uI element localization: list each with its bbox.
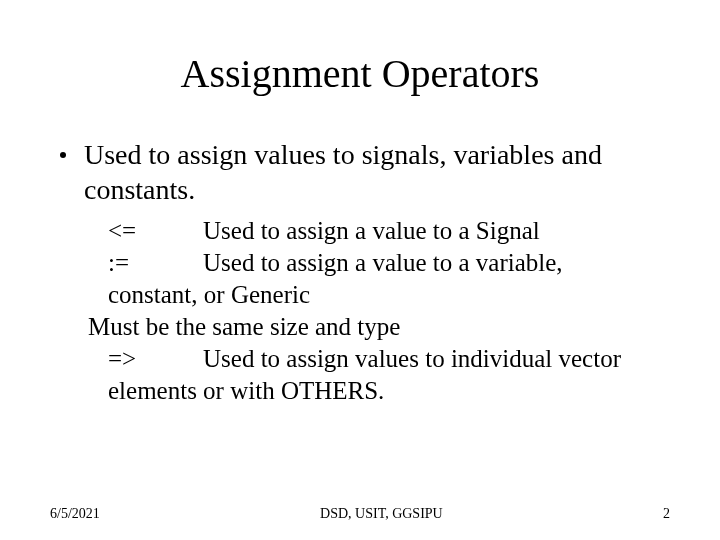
operator-variable: :=Used to assign a value to a variable, … — [108, 247, 650, 311]
operator-symbol: <= — [108, 215, 203, 247]
slide-footer: 6/5/2021 DSD, USIT, GGSIPU 2 — [50, 506, 670, 522]
slide-content: Used to assign values to signals, variab… — [50, 137, 670, 407]
operator-vector: =>Used to assign values to individual ve… — [108, 343, 650, 407]
bullet-item: Used to assign values to signals, variab… — [60, 137, 660, 207]
operator-symbol: => — [108, 343, 203, 375]
operator-signal: <=Used to assign a value to a Signal — [108, 215, 650, 247]
bullet-dot-icon — [60, 152, 66, 158]
operator-note: Must be the same size and type — [88, 311, 650, 343]
slide-title: Assignment Operators — [50, 50, 670, 97]
bullet-text: Used to assign values to signals, variab… — [84, 137, 660, 207]
operator-desc: Used to assign a value to a Signal — [203, 217, 540, 244]
footer-page-number: 2 — [663, 506, 670, 522]
operator-symbol: := — [108, 247, 203, 279]
operator-list: <=Used to assign a value to a Signal :=U… — [60, 215, 660, 407]
footer-date: 6/5/2021 — [50, 506, 100, 522]
footer-center: DSD, USIT, GGSIPU — [100, 506, 663, 522]
